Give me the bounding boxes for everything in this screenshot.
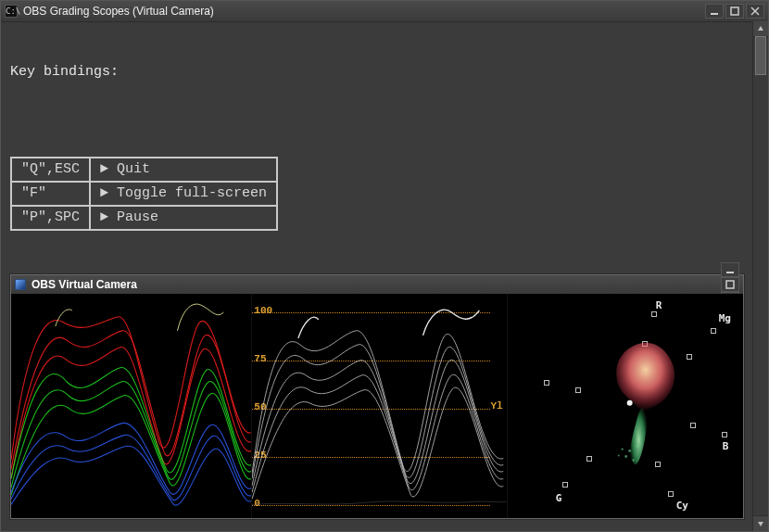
close-button[interactable]	[746, 4, 764, 19]
preview-window: OBS Virtual Camera	[10, 274, 744, 519]
console-icon: C:\	[5, 5, 18, 18]
svg-rect-1	[731, 7, 738, 15]
arrow-icon: ►	[100, 209, 108, 225]
arrow-icon: ►	[100, 185, 108, 201]
svg-point-13	[621, 448, 623, 450]
table-row: "P",SPC ► Pause	[11, 206, 277, 230]
keybindings-table: "Q",ESC ► Quit "F" ► Toggle full-screen …	[10, 157, 278, 231]
table-row: "Q",ESC ► Quit	[11, 158, 277, 182]
vectorscope: R Mg B Cy G	[508, 294, 743, 518]
minimize-button[interactable]	[721, 262, 739, 277]
svg-point-15	[617, 455, 619, 457]
main-window: C:\ OBS Grading Scopes (Virtual Camera) …	[0, 0, 769, 532]
vertical-scrollbar[interactable]	[752, 21, 768, 531]
desc-cell: ► Quit	[90, 158, 277, 182]
maximize-button[interactable]	[721, 277, 739, 292]
svg-point-10	[628, 450, 631, 452]
table-row: "F" ► Toggle full-screen	[11, 182, 277, 206]
vectorscope-trace	[508, 294, 743, 515]
svg-point-12	[632, 459, 634, 461]
preview-title: OBS Virtual Camera	[32, 278, 721, 291]
preview-titlebar[interactable]: OBS Virtual Camera	[11, 275, 743, 294]
svg-rect-7	[726, 281, 734, 288]
keybindings-heading: Key bindings:	[10, 64, 744, 81]
desc-cell: ► Toggle full-screen	[90, 182, 277, 206]
luma-waveform-graphic	[252, 294, 506, 515]
scroll-up-button[interactable]	[753, 21, 768, 37]
rgb-parade-scope	[11, 294, 252, 518]
key-cell: "P",SPC	[11, 206, 90, 230]
main-titlebar[interactable]: C:\ OBS Grading Scopes (Virtual Camera)	[1, 1, 768, 22]
minimize-button[interactable]	[705, 4, 724, 19]
window-system-buttons	[705, 4, 764, 19]
scopes-area: 100 75 50 25 0 Yl	[11, 294, 743, 518]
svg-point-14	[636, 445, 637, 447]
svg-point-11	[624, 455, 627, 458]
key-cell: "F"	[11, 182, 90, 206]
desc-cell: ► Pause	[90, 206, 277, 230]
key-cell: "Q",ESC	[11, 158, 90, 182]
svg-point-16	[626, 400, 632, 406]
maximize-button[interactable]	[725, 4, 744, 19]
main-title: OBS Grading Scopes (Virtual Camera)	[23, 5, 705, 18]
scroll-down-button[interactable]	[753, 515, 768, 531]
rgb-waveform-graphic	[11, 294, 251, 515]
app-icon	[15, 279, 26, 290]
arrow-icon: ►	[100, 161, 108, 177]
svg-marker-5	[758, 522, 763, 526]
luma-waveform-scope: 100 75 50 25 0 Yl	[252, 294, 507, 518]
svg-marker-4	[758, 26, 763, 31]
scroll-thumb[interactable]	[755, 36, 766, 75]
